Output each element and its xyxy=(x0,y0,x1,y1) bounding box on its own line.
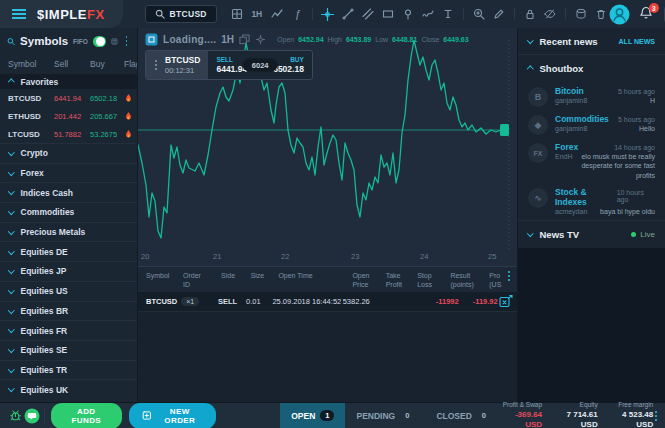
channel-icon[interactable] xyxy=(360,6,376,22)
favorites-group-header[interactable]: Favorites xyxy=(0,74,137,89)
entry-user: ganjamin8 xyxy=(555,97,587,104)
drag-handle[interactable] xyxy=(155,64,157,66)
channel-link[interactable]: Bitcoin xyxy=(555,86,584,96)
sidebar-section-equities-de[interactable]: Equities DE xyxy=(0,241,137,261)
notifications-button[interactable]: 3 xyxy=(639,6,655,22)
search-icon[interactable] xyxy=(7,35,15,48)
buy-price[interactable]: 205.667 xyxy=(90,112,124,121)
shoutbox-header[interactable]: Shoutbox xyxy=(518,55,665,82)
pin-icon[interactable] xyxy=(400,6,416,22)
trade-widget-symbol-area[interactable]: BTCUSD 00:12:31 xyxy=(146,51,208,79)
bottom-bar-menu-dots[interactable] xyxy=(655,415,657,417)
shoutbox-entry[interactable]: FX Forex14 hours ago EndHelo musk must b… xyxy=(518,138,665,183)
account-stats: Profit & Swap -369.64 USD Equity 7 714.6… xyxy=(502,401,653,428)
chevron-down-icon xyxy=(8,149,14,155)
chevron-down-icon xyxy=(8,189,14,195)
tab-pending[interactable]: PENDING 0 xyxy=(345,403,425,428)
symbol-search-box[interactable]: BTCUSD xyxy=(145,5,217,23)
grid-layout-icon[interactable] xyxy=(229,6,245,22)
lock-icon[interactable] xyxy=(522,6,538,22)
symbol-name: ETHUSD xyxy=(8,112,54,121)
sidebar-section-equities-br[interactable]: Equities BR xyxy=(0,301,137,321)
freehand-draw-icon[interactable] xyxy=(420,6,436,22)
order-result-points: -11992 xyxy=(436,297,473,306)
entry-message: baya bi hype oldu xyxy=(587,207,655,216)
col-side: Side xyxy=(221,271,251,280)
channel-link[interactable]: Commodities xyxy=(555,114,609,124)
rectangle-tool-icon[interactable] xyxy=(380,6,396,22)
sidebar-section-equities-us[interactable]: Equities US xyxy=(0,281,137,301)
section-label: Commodities xyxy=(21,207,75,217)
profit-swap-value: -369.64 USD xyxy=(502,410,542,428)
col-buy: Buy xyxy=(90,59,124,69)
sidebar-section-equities-jp[interactable]: Equities JP xyxy=(0,261,137,281)
chat-button[interactable] xyxy=(24,407,40,425)
sidebar-section-equities-se[interactable]: Equities SE xyxy=(0,340,137,360)
hamburger-menu-button[interactable] xyxy=(10,9,28,19)
sidebar-menu-dots[interactable] xyxy=(126,40,127,42)
sell-price[interactable]: 201.442 xyxy=(54,112,90,121)
orders-menu-dots[interactable] xyxy=(508,275,510,277)
sell-price[interactable]: 6441.94 xyxy=(54,94,90,103)
timeframe-selector[interactable]: 1H xyxy=(249,6,265,22)
news-tv-header[interactable]: News TV Live xyxy=(518,221,665,248)
indicators-icon[interactable]: ƒ xyxy=(289,6,305,22)
chart-interval[interactable]: 1H xyxy=(221,34,234,45)
buy-price[interactable]: 53.2675 xyxy=(90,130,124,139)
delete-icon[interactable] xyxy=(593,6,609,22)
sell-price[interactable]: 51.7882 xyxy=(54,130,90,139)
sidebar-section-crypto[interactable]: Crypto xyxy=(0,143,137,163)
recent-news-header[interactable]: Recent news ALL NEWS xyxy=(518,28,665,55)
chart-type-icon[interactable] xyxy=(269,6,285,22)
hide-drawings-icon[interactable] xyxy=(542,6,558,22)
crosshair-icon[interactable] xyxy=(320,6,336,22)
open-orders-table: Symbol OrderID Side Size Open Time OpenP… xyxy=(138,266,517,402)
sidebar-section-indices-cash[interactable]: Indices Cash xyxy=(0,182,137,202)
close-position-button[interactable] xyxy=(499,295,513,308)
add-funds-button[interactable]: ADD FUNDS xyxy=(51,403,122,428)
calculator-icon[interactable] xyxy=(111,36,118,47)
buy-button[interactable]: BUY 6502.18 xyxy=(273,56,304,75)
tab-open-label: OPEN xyxy=(291,411,315,421)
all-news-link[interactable]: ALL NEWS xyxy=(619,38,655,45)
avatar[interactable] xyxy=(609,4,630,25)
section-label: Equities FR xyxy=(21,326,68,336)
shoutbox-entry[interactable]: ◆ Commodities5 hours ago ganjamin8Hello xyxy=(518,110,665,138)
trendline-icon[interactable] xyxy=(340,6,356,22)
toolbar-separator xyxy=(514,8,515,20)
layers-icon[interactable] xyxy=(573,6,589,22)
shoutbox-label: Shoutbox xyxy=(540,63,584,74)
channel-link[interactable]: Stock & Indexes xyxy=(555,187,617,207)
sidebar-section-commodities[interactable]: Commodities xyxy=(0,202,137,222)
col-result-points: Result(points) xyxy=(450,271,489,289)
buy-price[interactable]: 6502.18 xyxy=(90,94,124,103)
symbol-row-btcusd[interactable]: BTCUSD 6441.94 6502.18 xyxy=(0,89,137,107)
symbol-row-ltcusd[interactable]: LTCUSD 51.7882 53.2675 xyxy=(0,125,137,143)
sidebar-section-forex[interactable]: Forex xyxy=(0,163,137,183)
tab-open[interactable]: OPEN 1 xyxy=(280,403,345,428)
chart-window-icon[interactable] xyxy=(145,33,158,46)
channel-link[interactable]: Forex xyxy=(555,142,578,152)
bug-report-button[interactable] xyxy=(8,407,24,425)
fifo-label: FIFO xyxy=(73,38,88,45)
shoutbox-entry[interactable]: B Bitcoin5 hours ago ganjamin8H xyxy=(518,82,665,110)
shoutbox-entry[interactable]: ∿ Stock & Indexes10 hours ago acmeydanba… xyxy=(518,183,665,219)
chart-panel[interactable]: Loading.... 1H Open6452.94 High6453.89 L… xyxy=(138,28,517,402)
tab-closed[interactable]: CLOSED 0 xyxy=(425,403,502,428)
symbol-row-ethusd[interactable]: ETHUSD 201.442 205.667 xyxy=(0,107,137,125)
sidebar-section-equities-fr[interactable]: Equities FR xyxy=(0,320,137,340)
chart-compare-icon[interactable] xyxy=(239,34,250,45)
chevron-down-icon xyxy=(8,385,14,391)
pencil-icon[interactable] xyxy=(491,6,507,22)
toolbar-separator xyxy=(565,8,566,20)
order-row[interactable]: BTCUSD ×1 SELL 0.01 25.09.2018 16:44:52 … xyxy=(138,292,517,312)
zoom-in-icon[interactable] xyxy=(471,6,487,22)
sidebar-section-equities-uk[interactable]: Equities UK xyxy=(0,379,137,399)
text-tool-icon[interactable] xyxy=(440,6,456,22)
free-margin-value: 4 523.48 USD xyxy=(610,410,654,428)
sidebar-section-equities-tr[interactable]: Equities TR xyxy=(0,360,137,380)
fifo-toggle[interactable] xyxy=(93,36,106,47)
chart-settings-icon[interactable] xyxy=(255,34,266,45)
new-order-button[interactable]: NEW ORDER xyxy=(129,403,216,428)
sidebar-section-precious-metals[interactable]: Precious Metals xyxy=(0,222,137,242)
